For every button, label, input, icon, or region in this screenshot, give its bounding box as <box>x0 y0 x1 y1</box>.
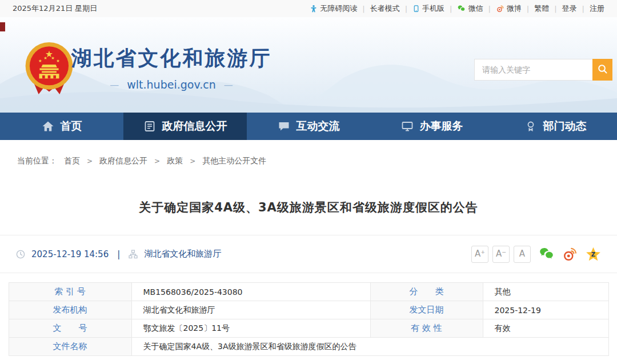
category-label: 分 类 <box>370 283 483 301</box>
topbar-links: 无障碍阅读 | 长者模式 | 手机版 | 微信 | 微博 | <box>310 3 604 14</box>
url-dash-right: — <box>224 79 233 90</box>
validity-label: 有 效 性 <box>370 319 483 338</box>
svg-text:★: ★ <box>56 58 60 63</box>
nav-label-gov-info: 政府信息公开 <box>162 119 227 134</box>
nav-label-services: 办事服务 <box>420 119 463 134</box>
chat-icon <box>278 120 290 133</box>
nav-item-interaction[interactable]: 互动交流 <box>247 113 370 140</box>
document-icon <box>143 120 156 133</box>
accessibility-label: 无障碍阅读 <box>320 3 357 14</box>
register-label: 注册 <box>590 3 604 14</box>
accessibility-icon <box>310 5 318 13</box>
search-input[interactable] <box>474 59 592 81</box>
nav-item-services[interactable]: 办事服务 <box>370 113 494 140</box>
doc-number-label: 文 号 <box>9 319 131 338</box>
current-date: 2025年12月21日 星期日 <box>13 3 97 14</box>
weibo-icon <box>496 5 504 13</box>
site-header: ★ ★ ★ ★ ★ 湖北省文化和旅游厅 — wlt.hubei.gov.cn — <box>0 17 617 113</box>
search-button[interactable] <box>592 59 612 81</box>
breadcrumb-policy[interactable]: 政策 <box>167 156 183 166</box>
site-title[interactable]: 湖北省文化和旅游厅 <box>71 45 272 73</box>
monitor-icon <box>401 120 414 133</box>
table-row: 索 引 号 MB1568036/2025-43080 分 类 其他 <box>9 283 608 301</box>
site-url-row: — wlt.hubei.gov.cn — <box>71 78 272 91</box>
accessibility-link[interactable]: 无障碍阅读 <box>310 3 357 14</box>
main-nav: 首页 政府信息公开 互动交流 办事服务 部门动态 <box>0 113 617 140</box>
doc-title-label: 文件名称 <box>9 338 131 356</box>
breadcrumb: 当前位置： 首页 > 政府信息公开 > 政策 > 其他主动公开文件 <box>17 156 617 166</box>
nav-label-department-news: 部门动态 <box>543 119 587 134</box>
issuing-agency-value: 湖北省文化和旅游厅 <box>131 301 370 319</box>
svg-text:Z: Z <box>591 251 595 258</box>
weibo-link[interactable]: 微博 <box>496 3 522 14</box>
article-meta-info: 2025-12-19 14:56 | 湖北省文化和旅游厅 <box>16 249 221 259</box>
login-link[interactable]: 登录 <box>562 3 577 14</box>
svg-text:★: ★ <box>43 55 47 61</box>
login-label: 登录 <box>562 3 577 14</box>
traditional-chinese-link[interactable]: 繁體 <box>534 3 549 14</box>
article-meta-bar: 2025-12-19 14:56 | 湖北省文化和旅游厅 A⁺ A⁻ A Z <box>0 235 617 273</box>
issuing-agency-label: 发布机构 <box>9 301 131 319</box>
site-search <box>474 59 612 81</box>
article-toolbar: A⁺ A⁻ A Z <box>467 246 601 263</box>
nav-item-gov-info[interactable]: 政府信息公开 <box>123 113 247 140</box>
decoration-red-mark <box>0 22 5 31</box>
breadcrumb-separator: > <box>154 157 160 165</box>
register-link[interactable]: 注册 <box>590 3 604 14</box>
top-utility-bar: 2025年12月21日 星期日 无障碍阅读 | 长者模式 | 手机版 | 微信 … <box>0 0 617 17</box>
issue-date-label: 发文日期 <box>370 301 483 319</box>
nav-item-department-news[interactable]: 部门动态 <box>494 113 617 140</box>
topbar-separator: | <box>405 5 407 13</box>
doc-number-value: 鄂文旅发〔2025〕11号 <box>131 319 370 338</box>
font-decrease-button[interactable]: A⁻ <box>492 246 510 263</box>
document-info-table: 索 引 号 MB1568036/2025-43080 分 类 其他 发布机构 湖… <box>9 282 609 356</box>
publish-time: 2025-12-19 14:56 <box>31 249 109 259</box>
breadcrumb-other-docs[interactable]: 其他主动公开文件 <box>202 156 266 166</box>
svg-text:★: ★ <box>51 55 55 61</box>
table-row: 文 号 鄂文旅发〔2025〕11号 有 效 性 有效 <box>9 319 608 338</box>
breadcrumb-separator: > <box>190 157 195 165</box>
breadcrumb-prefix: 当前位置： <box>17 156 57 166</box>
table-row: 文件名称 关于确定国家4A级、3A级旅游景区和省级旅游度假区的公告 <box>9 338 608 356</box>
topbar-separator: | <box>362 5 364 13</box>
elder-mode-label: 长者模式 <box>370 3 400 14</box>
category-value: 其他 <box>483 283 608 301</box>
mobile-version-link[interactable]: 手机版 <box>412 3 444 14</box>
nav-label-home: 首页 <box>61 119 82 134</box>
wechat-label: 微信 <box>468 3 483 14</box>
phone-icon <box>412 5 420 13</box>
validity-value: 有效 <box>483 319 608 338</box>
home-icon <box>42 120 54 133</box>
index-number-value: MB1568036/2025-43080 <box>131 283 370 301</box>
site-url: wlt.hubei.gov.cn <box>127 78 215 91</box>
svg-text:★: ★ <box>38 58 42 63</box>
wechat-link[interactable]: 微信 <box>457 3 483 14</box>
topbar-separator: | <box>582 5 584 13</box>
share-qzone-icon[interactable]: Z <box>586 246 601 262</box>
font-increase-button[interactable]: A⁺ <box>471 246 488 263</box>
elder-mode-link[interactable]: 长者模式 <box>370 3 400 14</box>
topbar-separator: | <box>554 5 556 13</box>
issue-date-value: 2025-12-19 <box>483 301 608 319</box>
breadcrumb-gov-info[interactable]: 政府信息公开 <box>99 156 147 166</box>
doc-title-value: 关于确定国家4A级、3A级旅游景区和省级旅游度假区的公告 <box>131 338 608 356</box>
index-number-label: 索 引 号 <box>9 283 131 301</box>
share-wechat-icon[interactable] <box>539 246 554 262</box>
weibo-label: 微博 <box>507 3 522 14</box>
clock-icon <box>16 250 25 259</box>
url-dash-left: — <box>110 79 119 90</box>
nav-label-interaction: 互动交流 <box>297 119 340 134</box>
wechat-icon <box>457 5 466 13</box>
topbar-separator: | <box>527 5 529 13</box>
site-identity: 湖北省文化和旅游厅 — wlt.hubei.gov.cn — <box>71 45 272 91</box>
meta-separator: | <box>115 249 122 259</box>
topbar-separator: | <box>488 5 490 13</box>
article-title: 关于确定国家4A级、3A级旅游景区和省级旅游度假区的公告 <box>0 199 617 215</box>
share-weibo-icon[interactable] <box>562 246 578 262</box>
search-icon <box>597 63 608 76</box>
font-reset-button[interactable]: A <box>514 246 531 263</box>
breadcrumb-home[interactable]: 首页 <box>64 156 80 166</box>
mobile-version-label: 手机版 <box>422 3 444 14</box>
article-source[interactable]: 湖北省文化和旅游厅 <box>144 249 221 259</box>
nav-item-home[interactable]: 首页 <box>0 113 123 140</box>
